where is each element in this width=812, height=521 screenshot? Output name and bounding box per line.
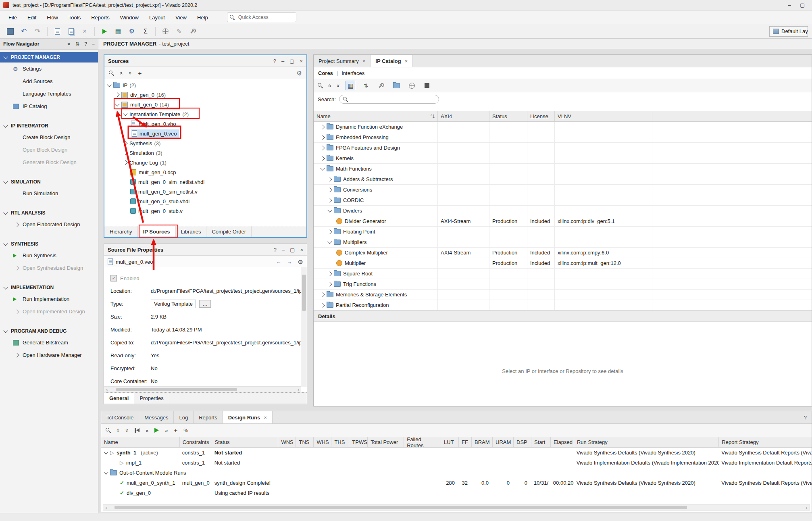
minimize-icon[interactable]: – — [281, 58, 284, 64]
catalog-row[interactable]: Trig Functions — [314, 279, 812, 290]
undo-button[interactable]: ↶ — [18, 26, 30, 37]
minimize-button[interactable]: – — [788, 2, 791, 8]
settings-button[interactable]: ⚙ — [126, 26, 138, 37]
catalog-row[interactable]: Embedded Processing — [314, 132, 812, 143]
scrollbar-thumb[interactable] — [302, 275, 306, 311]
column-constraints[interactable]: Constraints — [180, 437, 212, 447]
column-name[interactable]: Name — [101, 437, 180, 447]
type-combo[interactable]: Verilog Template — [151, 300, 196, 308]
tree-row-instantiation-template[interactable]: Instantiation Template (2) — [104, 109, 306, 119]
column-wns[interactable]: WNS — [278, 437, 296, 447]
subtab-interfaces[interactable]: Interfaces — [341, 70, 364, 76]
section-project-manager[interactable]: PROJECT MANAGER — [0, 52, 98, 63]
sidebar-item-add-sources[interactable]: Add Sources — [0, 75, 98, 88]
scrollbar-thumb[interactable] — [115, 506, 687, 509]
section-ip-integrator[interactable]: IP INTEGRATOR — [0, 121, 98, 131]
column-status[interactable]: Status — [489, 111, 527, 121]
expander-icon[interactable] — [104, 470, 108, 474]
tab-messages[interactable]: Messages — [139, 411, 174, 423]
catalog-row[interactable]: Memories & Storage Elements — [314, 290, 812, 300]
scrollbar-thumb[interactable] — [116, 388, 237, 391]
tab-reports[interactable]: Reports — [194, 411, 223, 423]
expander-icon[interactable] — [320, 292, 325, 297]
expander-icon[interactable] — [320, 146, 325, 150]
run-row-div-gen[interactable]: ✓ div_gen_0 Using cached IP results — [101, 488, 812, 498]
sidebar-item-settings[interactable]: ⚙ Settings — [0, 63, 98, 75]
create-run-icon[interactable]: + — [174, 427, 177, 434]
column-tns[interactable]: TNS — [296, 437, 314, 447]
save-button[interactable] — [4, 26, 16, 37]
scroll-left-icon[interactable]: ‹ — [104, 387, 110, 392]
subtab-cores[interactable]: Cores — [318, 70, 333, 76]
collapse-all-icon[interactable]: « — [327, 84, 333, 87]
resize-icon[interactable]: ⇅ — [75, 42, 79, 46]
probe-button[interactable] — [159, 26, 171, 37]
catalog-row-multiplier[interactable]: Multiplier Production Included xilinx.co… — [314, 258, 812, 269]
copy-button[interactable] — [65, 26, 77, 37]
web-button[interactable] — [407, 81, 416, 90]
menu-tools[interactable]: Tools — [63, 13, 86, 23]
tab-general[interactable]: General — [104, 393, 134, 404]
redo-button[interactable]: ↷ — [31, 26, 44, 37]
column-tpws[interactable]: TPWS — [349, 437, 368, 447]
scroll-right-icon[interactable]: › — [296, 387, 301, 392]
catalog-row[interactable]: CORDIC — [314, 195, 812, 206]
tree-row-change-log[interactable]: Change Log (1) — [104, 158, 306, 167]
expander-icon[interactable] — [320, 125, 325, 129]
horizontal-scrollbar[interactable]: ‹ › — [103, 504, 810, 511]
column-dsp[interactable]: DSP — [514, 437, 531, 447]
back-arrow-icon[interactable]: ← — [276, 259, 281, 265]
catalog-row-dividers[interactable]: Dividers — [314, 206, 812, 216]
column-ff[interactable]: FF — [459, 437, 472, 447]
enabled-checkbox[interactable]: ✓ — [110, 275, 117, 281]
menu-edit[interactable]: Edit — [22, 13, 42, 23]
column-run-strategy[interactable]: Run Strategy — [574, 437, 719, 447]
report-utilization-button[interactable]: Σ — [139, 26, 152, 37]
column-uram[interactable]: URAM — [493, 437, 514, 447]
sidebar-item-open-hardware-manager[interactable]: Open Hardware Manager — [0, 349, 98, 361]
sidebar-item-create-block-design[interactable]: Create Block Design — [0, 131, 98, 144]
tab-tcl-console[interactable]: Tcl Console — [101, 411, 139, 423]
expander-icon[interactable] — [123, 141, 127, 145]
column-axi4[interactable]: AXI4 — [438, 111, 489, 121]
maximize-icon[interactable]: ▢ — [290, 247, 295, 253]
expander-icon[interactable] — [327, 239, 332, 244]
search-icon[interactable] — [109, 71, 114, 76]
expander-icon[interactable] — [123, 111, 127, 116]
gear-icon[interactable]: ⚙ — [297, 70, 302, 76]
expander-icon[interactable] — [327, 229, 332, 234]
close-icon[interactable]: × — [300, 247, 303, 253]
delete-button[interactable]: ✕ — [79, 26, 91, 37]
taxonomy-view-button[interactable]: ⇅ — [361, 81, 371, 90]
catalog-row[interactable]: Partial Reconfiguration — [314, 300, 812, 311]
column-report-strategy[interactable]: Report Strategy — [719, 437, 812, 447]
details-header[interactable]: Details — [314, 311, 812, 322]
tab-compile-order[interactable]: Compile Order — [206, 226, 252, 237]
collapse-all-icon[interactable]: « — [116, 429, 121, 431]
search-icon[interactable] — [106, 428, 111, 433]
tab-project-summary[interactable]: Project Summary × — [314, 55, 371, 67]
sidebar-item-run-simulation[interactable]: Run Simulation — [0, 187, 98, 200]
help-icon[interactable]: ? — [274, 247, 277, 253]
expander-icon[interactable] — [107, 82, 111, 87]
tree-row-veo[interactable]: mult_gen_0.veo — [104, 129, 306, 138]
sidebar-item-generate-bitstream[interactable]: Generate Bitstream — [0, 336, 98, 349]
section-implementation[interactable]: IMPLEMENTATION — [0, 282, 98, 293]
expander-icon[interactable] — [327, 177, 332, 181]
reset-runs-icon[interactable] — [135, 428, 139, 433]
layout-selector[interactable]: Default Layou — [769, 26, 808, 37]
catalog-row[interactable]: Kernels — [314, 153, 812, 164]
schematic-button[interactable]: ▦ — [112, 26, 124, 37]
sidebar-item-ip-catalog[interactable]: IP Catalog — [0, 100, 98, 113]
properties-button[interactable] — [376, 81, 386, 90]
quick-access-input[interactable] — [237, 14, 283, 21]
catalog-row[interactable]: Square Root — [314, 269, 812, 279]
expander-icon[interactable] — [104, 450, 108, 454]
run-row-ooc-group[interactable]: Out-of-Context Module Runs — [101, 468, 812, 478]
catalog-row-divider-generator[interactable]: Divider Generator AXI4-Stream Production… — [314, 216, 812, 227]
expander-icon[interactable] — [327, 188, 332, 192]
column-license[interactable]: License — [527, 111, 555, 121]
column-lut[interactable]: LUT — [441, 437, 459, 447]
expander-icon[interactable] — [327, 208, 332, 212]
tree-row-div-gen[interactable]: div_gen_0 (16) — [104, 90, 306, 100]
